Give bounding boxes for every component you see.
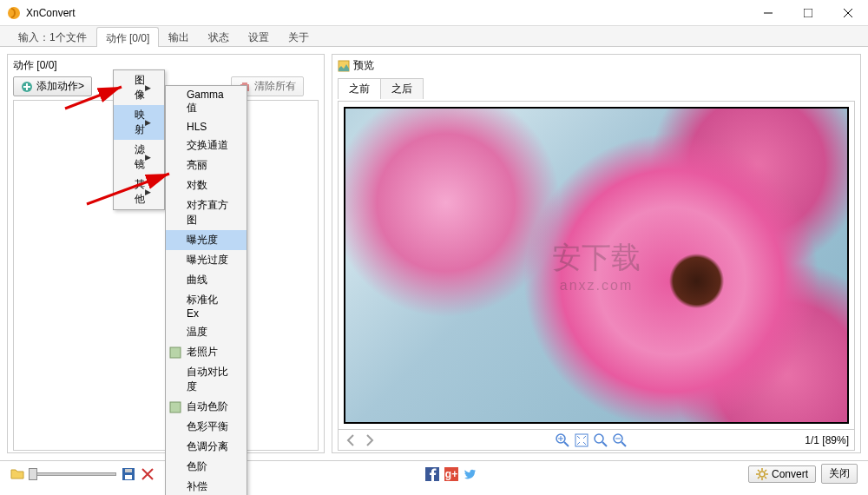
svg-line-9 xyxy=(564,442,569,446)
fit-icon[interactable] xyxy=(575,433,589,447)
minimize-button[interactable] xyxy=(748,0,788,26)
thumbnail-size-slider[interactable] xyxy=(30,472,116,476)
svg-line-14 xyxy=(621,442,626,446)
tab-output[interactable]: 输出 xyxy=(159,26,199,46)
tab-status[interactable]: 状态 xyxy=(199,26,239,46)
zoom-out-icon[interactable] xyxy=(613,433,627,447)
svg-point-23 xyxy=(760,472,765,477)
tab-settings[interactable]: 设置 xyxy=(239,26,279,46)
plus-icon xyxy=(21,81,33,93)
add-action-button[interactable]: 添加动作> xyxy=(13,76,92,96)
svg-text:g+: g+ xyxy=(445,468,457,480)
close-button[interactable] xyxy=(828,0,868,26)
menu-item[interactable]: 补偿 xyxy=(166,477,247,495)
menu-item[interactable]: 色彩平衡 xyxy=(166,417,247,437)
preview-tabs: 之前 之后 xyxy=(332,76,860,99)
add-action-label: 添加动作> xyxy=(36,79,84,94)
menu-item[interactable]: 对数 xyxy=(166,175,247,195)
menu-item[interactable]: 标准化 Ex xyxy=(166,290,247,322)
menu-item[interactable]: HLS xyxy=(166,118,247,135)
watermark: 安下载 anxz.com xyxy=(552,238,641,294)
titlebar: XnConvert xyxy=(0,0,868,26)
preview-panel: 预览 之前 之后 安下载 anxz.com xyxy=(332,54,861,453)
menu-item[interactable]: Gamma值 xyxy=(166,86,247,118)
svg-rect-24 xyxy=(170,347,181,358)
convert-label: Convert xyxy=(772,468,808,480)
nav-counter: 1/1 [89%] xyxy=(805,434,849,446)
context-menu-mapping: Gamma值HLS交换通道亮丽对数对齐直方图曝光度曝光过度曲线标准化 Ex温度老… xyxy=(165,85,247,495)
preview-panel-header: 预览 xyxy=(332,55,860,76)
tab-about[interactable]: 关于 xyxy=(279,26,319,46)
tab-before[interactable]: 之前 xyxy=(338,78,381,99)
prev-icon[interactable] xyxy=(344,433,358,447)
menu-item[interactable]: 交换通道 xyxy=(166,135,247,155)
maximize-button[interactable] xyxy=(788,0,828,26)
open-folder-icon[interactable] xyxy=(10,467,24,481)
menu-item[interactable]: 亮丽 xyxy=(166,155,247,175)
preview-body: 安下载 anxz.com 1/1 [89%] xyxy=(338,101,855,451)
app-icon xyxy=(7,6,21,20)
clear-all-label: 清除所有 xyxy=(254,79,296,94)
tab-actions[interactable]: 动作 [0/0] xyxy=(96,27,160,47)
convert-button[interactable]: Convert xyxy=(748,465,816,483)
facebook-icon[interactable] xyxy=(425,467,439,481)
window-title: XnConvert xyxy=(26,7,76,19)
close-app-button[interactable]: 关闭 xyxy=(821,464,858,484)
menu-item[interactable]: 自动对比度 xyxy=(166,362,247,397)
svg-rect-17 xyxy=(125,475,132,479)
image-icon xyxy=(338,60,350,72)
zoom-in-icon[interactable] xyxy=(556,433,569,447)
svg-rect-18 xyxy=(125,469,132,472)
next-icon[interactable] xyxy=(363,433,377,447)
svg-point-11 xyxy=(595,434,603,443)
delete-icon[interactable] xyxy=(141,467,155,481)
tab-input[interactable]: 输入：1个文件 xyxy=(9,26,96,46)
context-menu-categories: 图像▶映射▶滤镜▶其他▶ xyxy=(113,69,165,210)
save-icon[interactable] xyxy=(122,467,135,481)
menu-item[interactable]: 滤镜▶ xyxy=(114,140,164,175)
svg-rect-2 xyxy=(804,9,812,17)
menu-item[interactable]: 老照片 xyxy=(166,342,247,362)
actions-panel-title: 动作 [0/0] xyxy=(8,55,324,76)
zoom-actual-icon[interactable] xyxy=(594,433,608,447)
svg-line-12 xyxy=(602,442,607,446)
svg-rect-25 xyxy=(170,402,181,412)
preview-nav: 1/1 [89%] xyxy=(339,429,854,450)
gear-icon xyxy=(756,468,768,480)
menu-item[interactable]: 温度 xyxy=(166,322,247,342)
bottom-bar: g+ Convert 关闭 xyxy=(0,460,868,486)
menu-item[interactable]: 色调分离 xyxy=(166,437,247,457)
menu-item[interactable]: 曝光度 xyxy=(166,230,247,250)
twitter-icon[interactable] xyxy=(464,467,477,481)
googleplus-icon[interactable]: g+ xyxy=(444,467,458,481)
menu-item[interactable]: 色阶 xyxy=(166,457,247,477)
tab-after[interactable]: 之后 xyxy=(380,78,424,99)
preview-image: 安下载 anxz.com xyxy=(344,107,849,424)
menu-item[interactable]: 其他▶ xyxy=(114,175,164,209)
preview-title: 预览 xyxy=(353,58,374,73)
menu-item[interactable]: 映射▶ xyxy=(114,105,164,140)
main-tabs: 输入：1个文件 动作 [0/0] 输出 状态 设置 关于 xyxy=(0,26,868,47)
titlebar-controls xyxy=(748,0,868,26)
actions-panel-title-text: 动作 [0/0] xyxy=(13,58,57,73)
menu-item[interactable]: 自动色阶 xyxy=(166,397,247,417)
menu-item[interactable]: 曝光过度 xyxy=(166,250,247,270)
menu-item[interactable]: 对齐直方图 xyxy=(166,195,247,230)
menu-item[interactable]: 曲线 xyxy=(166,270,247,290)
menu-item[interactable]: 图像▶ xyxy=(114,70,164,105)
